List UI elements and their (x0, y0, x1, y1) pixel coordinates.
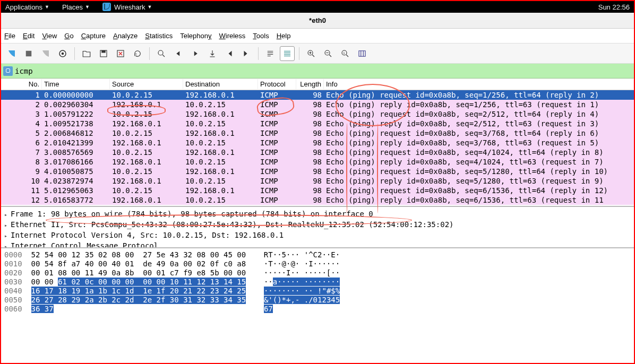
zoom-in-icon[interactable] (304, 46, 319, 61)
go-last-icon[interactable] (239, 46, 254, 61)
go-back-icon[interactable] (171, 46, 186, 61)
packet-row[interactable]: 94.01005087510.0.2.15192.168.0.1ICMP98Ec… (1, 167, 634, 176)
menu-go[interactable]: Go (64, 32, 73, 40)
header-no[interactable]: No. (1, 79, 42, 89)
resize-columns-icon[interactable] (355, 46, 370, 61)
filter-bookmark-icon[interactable] (3, 66, 13, 76)
restart-capture-icon[interactable] (38, 46, 53, 61)
window-title: *eth0 (309, 16, 326, 24)
toolbar-separator (258, 47, 259, 60)
svg-rect-0 (26, 50, 32, 56)
os-clock: Sun 22:56 (598, 3, 630, 11)
menu-help[interactable]: Help (277, 32, 291, 40)
toolbar-separator (149, 47, 150, 60)
packet-row[interactable]: 125.016583772192.168.0.110.0.2.15ICMP98E… (1, 195, 634, 205)
display-filter-input[interactable] (15, 67, 632, 75)
go-to-packet-icon[interactable] (205, 46, 220, 61)
tree-ethernet[interactable]: Ethernet II, Src: PcsCompu_5e:43:32 (08:… (4, 220, 631, 230)
packet-row[interactable]: 73.00857656910.0.2.15192.168.0.1ICMP98Ec… (1, 148, 634, 157)
tree-icmp[interactable]: Internet Control Message Protocol (4, 241, 631, 248)
toolbar-separator (299, 47, 299, 60)
menu-capture[interactable]: Capture (81, 32, 106, 40)
os-menu-wireshark[interactable]: Wireshark▼ (102, 3, 152, 11)
toolbar-separator (74, 47, 75, 60)
menu-statistics[interactable]: Statistics (145, 32, 173, 40)
tree-frame[interactable]: Frame 1: 98 bytes on wire (784 bits), 98… (4, 209, 631, 220)
os-top-bar: Applications▼ Places▼ Wireshark▼ Sun 22:… (1, 1, 634, 13)
packet-row[interactable]: 41.009521738192.168.0.110.0.2.15ICMP98Ec… (1, 119, 634, 128)
header-time[interactable]: Time (42, 79, 110, 89)
svg-point-6 (158, 50, 163, 55)
packet-list-header: No. Time Source Destination Protocol Len… (1, 79, 634, 90)
menu-file[interactable]: File (4, 32, 15, 40)
menu-analyze[interactable]: Analyze (113, 32, 138, 40)
wireshark-app-icon (102, 3, 111, 11)
menu-view[interactable]: View (42, 32, 57, 40)
packet-row[interactable]: 62.010421399192.168.0.110.0.2.15ICMP98Ec… (1, 138, 634, 148)
packet-row[interactable]: 52.00684681210.0.2.15192.168.0.1ICMP98Ec… (1, 128, 634, 138)
display-filter-bar (1, 64, 634, 79)
capture-options-icon[interactable] (55, 46, 70, 61)
packet-row[interactable]: 31.00579122210.0.2.15192.168.0.1ICMP98Ec… (1, 109, 634, 119)
header-protocol[interactable]: Protocol (258, 79, 296, 89)
os-menu-applications[interactable]: Applications▼ (5, 3, 49, 11)
packet-row[interactable]: 20.002960304192.168.0.110.0.2.15ICMP98Ec… (1, 100, 634, 109)
os-menu-places[interactable]: Places▼ (62, 3, 90, 11)
find-packet-icon[interactable] (154, 46, 169, 61)
packet-row[interactable]: 104.023872974192.168.0.110.0.2.15ICMP98E… (1, 176, 634, 186)
colorize-icon[interactable] (280, 46, 295, 61)
go-forward-icon[interactable] (188, 46, 203, 61)
menu-wireless[interactable]: Wireless (219, 32, 246, 40)
menu-tools[interactable]: Tools (253, 32, 269, 40)
svg-rect-4 (101, 50, 106, 53)
packet-row[interactable]: 115.01296506310.0.2.15192.168.0.1ICMP98E… (1, 186, 634, 195)
packet-list[interactable]: 10.00000000010.0.2.15192.168.0.1ICMP98Ec… (1, 90, 634, 206)
menu-telephony[interactable]: Telephony (180, 32, 211, 40)
stop-capture-icon[interactable] (21, 46, 36, 61)
menu-edit[interactable]: Edit (23, 32, 35, 40)
svg-text:1: 1 (343, 51, 345, 54)
packet-bytes-hex[interactable]: 0000 52 54 00 12 35 02 08 00 27 5e 43 32… (1, 248, 634, 316)
packet-row[interactable]: 83.017086166192.168.0.110.0.2.15ICMP98Ec… (1, 157, 634, 167)
zoom-out-icon[interactable] (321, 46, 336, 61)
start-capture-icon[interactable] (4, 46, 19, 61)
header-source[interactable]: Source (110, 79, 183, 89)
go-first-icon[interactable] (222, 46, 237, 61)
open-file-icon[interactable] (79, 46, 94, 61)
packet-row[interactable]: 10.00000000010.0.2.15192.168.0.1ICMP98Ec… (1, 90, 634, 100)
save-file-icon[interactable] (96, 46, 111, 61)
menu-bar: File Edit View Go Capture Analyze Statis… (1, 29, 634, 44)
header-destination[interactable]: Destination (183, 79, 258, 89)
svg-point-2 (62, 52, 64, 55)
auto-scroll-icon[interactable] (263, 46, 278, 61)
close-file-icon[interactable] (113, 46, 128, 61)
reload-icon[interactable] (130, 46, 145, 61)
tree-ip[interactable]: Internet Protocol Version 4, Src: 10.0.2… (4, 230, 631, 241)
header-length[interactable]: Length (296, 79, 324, 89)
packet-details-tree[interactable]: Frame 1: 98 bytes on wire (784 bits), 98… (1, 206, 634, 248)
header-info[interactable]: Info (324, 79, 634, 89)
zoom-reset-icon[interactable]: 1 (338, 46, 353, 61)
window-title-bar: *eth0 (1, 13, 634, 29)
toolbar: 1 (1, 44, 634, 64)
